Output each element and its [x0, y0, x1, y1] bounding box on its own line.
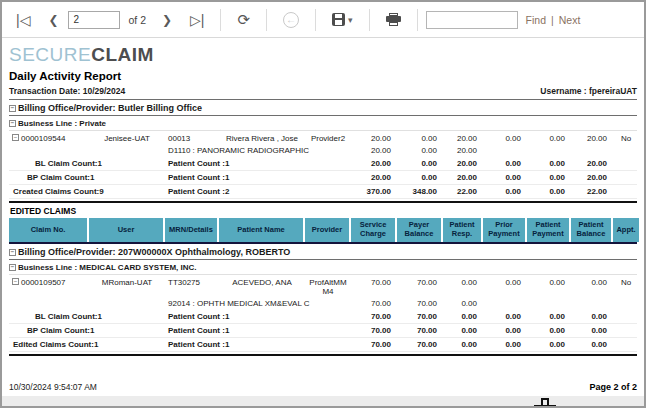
- column-header: Payer Balance: [397, 218, 441, 242]
- secureclaim-logo: SECURECLAIM: [9, 44, 637, 66]
- count-label: BL Claim Count:1: [9, 310, 165, 323]
- count-patient-resp: 20.00: [443, 157, 483, 170]
- claim-appt: No: [613, 131, 639, 145]
- count-prior-payment: 0.00: [483, 171, 527, 184]
- count-patient-payment: 0.00: [527, 324, 571, 337]
- page-number-input[interactable]: [68, 11, 120, 29]
- collapse-icon[interactable]: −: [9, 105, 16, 112]
- billing-office-header-2: − Billing Office/Provider: 207W00000X Op…: [9, 244, 637, 260]
- patient-count-label: Patient Count :2: [165, 185, 351, 198]
- business-line-label: Business Line : MEDICAL CARD SYSTEM, INC…: [18, 263, 197, 272]
- previous-page-button[interactable]: ❮: [40, 8, 66, 32]
- claim-prior-payment: 0.00: [483, 275, 527, 298]
- count-service-charge: 70.00: [351, 310, 397, 323]
- first-page-icon: |◁: [16, 12, 30, 28]
- count-prior-payment: 0.00: [483, 157, 527, 170]
- patient-count-label: Patient Count :1: [165, 157, 351, 170]
- patient-count-label: Patient Count :1: [165, 324, 351, 337]
- count-payer-balance: 0.00: [397, 157, 443, 170]
- refresh-button[interactable]: ⟳: [229, 9, 258, 31]
- procedure-code: 92014 : OPHTH MEDICAL XM&EVAL C: [165, 298, 351, 310]
- collapse-icon[interactable]: −: [9, 249, 16, 256]
- count-patient-payment: 0.00: [527, 171, 571, 184]
- toolbar-separator: [220, 9, 221, 31]
- count-service-charge: 20.00: [351, 157, 397, 170]
- collapse-icon[interactable]: −: [12, 134, 19, 141]
- count-patient-resp: 0.00: [443, 338, 483, 351]
- toolbar-separator: [369, 9, 370, 31]
- next-page-button[interactable]: ❯: [154, 8, 180, 32]
- refresh-icon: ⟳: [237, 11, 250, 29]
- claim-prior-payment: 0.00: [483, 131, 527, 145]
- report-timestamp: 10/30/2024 9:54:07 AM: [9, 382, 97, 392]
- collapse-icon[interactable]: −: [12, 278, 19, 285]
- claim-payer-balance: 70.00: [397, 275, 443, 298]
- column-header: Provider: [305, 218, 349, 242]
- find-next-divider: |: [551, 14, 554, 26]
- claim-patient-payment: 0.00: [527, 275, 571, 298]
- claim-patient-resp: 0.00: [443, 275, 483, 298]
- edited-claims-count-row: Edited Claims Count:1 Patient Count :1 7…: [9, 338, 637, 352]
- column-header: User: [89, 218, 163, 242]
- claim-patient-payment: 0.00: [527, 131, 571, 145]
- procedure-code: D1110 : PANORAMIC RADIOGRAPHIC: [165, 145, 351, 157]
- find-link[interactable]: Find: [526, 14, 546, 26]
- last-page-icon: ▷|: [190, 12, 204, 28]
- report-title: Daily Activity Report: [9, 70, 637, 82]
- claim-mrn: 00013: [165, 131, 219, 145]
- column-header: Patient Payment: [527, 218, 569, 242]
- count-patient-payment: 0.00: [527, 185, 571, 198]
- column-header: Claim No.: [9, 218, 87, 242]
- count-payer-balance: 70.00: [397, 324, 443, 337]
- procedure-payer-balance: 0.00: [397, 145, 443, 157]
- previous-page-icon: ❮: [48, 13, 58, 27]
- billing-office-label: Billing Office/Provider: 207W00000X Opht…: [18, 247, 290, 257]
- column-header: Patient Balance: [571, 218, 611, 242]
- count-patient-resp: 0.00: [443, 324, 483, 337]
- claim-number: 0000109544: [21, 134, 66, 143]
- bp-claim-count-row: BP Claim Count:1 Patient Count :1 20.00 …: [9, 171, 637, 185]
- count-label: BP Claim Count:1: [9, 171, 165, 184]
- back-button[interactable]: ←: [275, 10, 307, 30]
- patient-count-label: Patient Count :1: [165, 171, 351, 184]
- count-prior-payment: 0.00: [483, 324, 527, 337]
- count-prior-payment: 0.00: [483, 338, 527, 351]
- table-header-row: Claim No. User MRN/Details Patient Name …: [9, 218, 637, 244]
- claim-payer-balance: 0.00: [397, 131, 443, 145]
- business-line-header-2: − Business Line : MEDICAL CARD SYSTEM, I…: [9, 260, 637, 275]
- report-viewport: SECURECLAIM Daily Activity Report Transa…: [2, 38, 644, 406]
- count-patient-balance: 0.00: [571, 310, 613, 323]
- procedure-service-charge: 20.00: [351, 145, 397, 157]
- count-payer-balance: 70.00: [397, 338, 443, 351]
- procedure-row: D1110 : PANORAMIC RADIOGRAPHIC 20.00 0.0…: [9, 145, 637, 157]
- last-page-button[interactable]: ▷|: [182, 8, 212, 32]
- claim-provider: Provider2: [305, 131, 351, 145]
- count-service-charge: 70.00: [351, 324, 397, 337]
- find-text-input[interactable]: [426, 11, 518, 29]
- business-line-label: Business Line : Private: [18, 119, 106, 128]
- claim-patient-name: ACEVEDO, ANA: [219, 275, 305, 298]
- report-meta-row: Transaction Date: 10/29/2024 Username : …: [9, 86, 637, 100]
- patient-count-label: Patient Count :1: [165, 338, 351, 351]
- count-service-charge: 370.00: [351, 185, 397, 198]
- collapse-icon[interactable]: −: [9, 264, 16, 271]
- claim-patient-resp: 20.00: [443, 131, 483, 145]
- find-next-link[interactable]: Next: [559, 14, 581, 26]
- count-service-charge: 20.00: [351, 171, 397, 184]
- claim-row: − 0000109544 Jenisee-UAT 00013 Rivera Ri…: [9, 131, 637, 145]
- collapse-icon[interactable]: −: [9, 120, 16, 127]
- medical-cross-icon: [534, 398, 556, 406]
- bp-claim-count-row: BP Claim Count:1 Patient Count :1 70.00 …: [9, 324, 637, 338]
- chevron-down-icon: ▾: [348, 15, 353, 25]
- first-page-button[interactable]: |◁: [8, 8, 38, 32]
- column-header: Service Charge: [351, 218, 395, 242]
- report-page: SECURECLAIM Daily Activity Report Transa…: [2, 38, 644, 396]
- save-icon: [332, 13, 345, 26]
- bl-claim-count-row: BL Claim Count:1 Patient Count :1 70.00 …: [9, 310, 637, 324]
- save-export-button[interactable]: ▾: [324, 11, 361, 28]
- toolbar-separator: [417, 9, 418, 31]
- next-page-icon: ❯: [162, 13, 172, 27]
- column-header: Patient Resp.: [443, 218, 481, 242]
- count-prior-payment: 0.00: [483, 310, 527, 323]
- print-button[interactable]: [378, 11, 409, 28]
